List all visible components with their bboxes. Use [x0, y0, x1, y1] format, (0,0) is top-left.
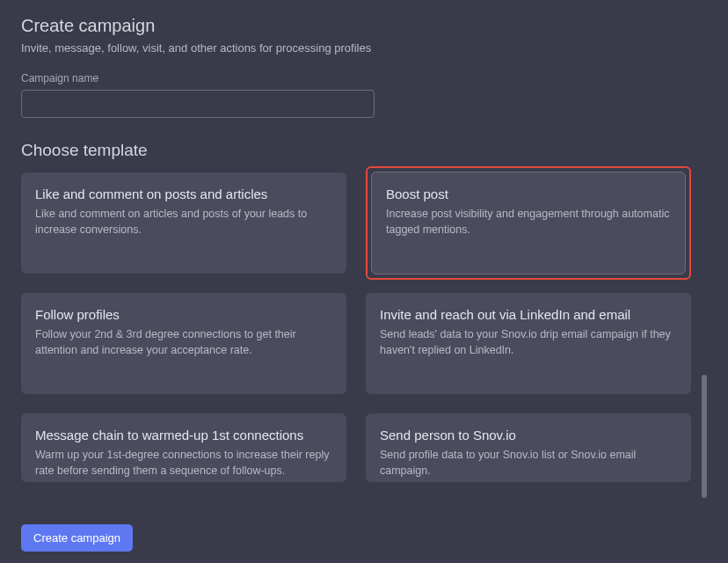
templates-grid: Like and comment on posts and articles L… [21, 172, 707, 482]
template-card-like-comment[interactable]: Like and comment on posts and articles L… [21, 172, 346, 274]
template-card-message-chain[interactable]: Message chain to warmed-up 1st connectio… [21, 413, 346, 482]
page-subtitle: Invite, message, follow, visit, and othe… [21, 41, 707, 55]
template-desc: Send leads' data to your Snov.io drip em… [380, 327, 677, 358]
template-title: Message chain to warmed-up 1st connectio… [35, 428, 332, 442]
footer: Create campaign [0, 512, 728, 563]
template-card-send-snovio[interactable]: Send person to Snov.io Send profile data… [366, 413, 691, 482]
campaign-name-input[interactable] [21, 90, 375, 118]
create-campaign-button[interactable]: Create campaign [21, 524, 133, 552]
template-title: Boost post [386, 186, 671, 201]
choose-template-title: Choose template [21, 141, 707, 160]
template-title: Send person to Snov.io [380, 428, 677, 442]
template-card-invite-linkedin-email[interactable]: Invite and reach out via LinkedIn and em… [366, 293, 691, 394]
scrollbar-track [702, 313, 707, 508]
template-title: Invite and reach out via LinkedIn and em… [380, 307, 677, 322]
template-desc: Follow your 2nd & 3rd degree connections… [35, 327, 332, 358]
template-desc: Send profile data to your Snov.io list o… [380, 448, 677, 479]
template-title: Follow profiles [35, 307, 332, 322]
template-title: Like and comment on posts and articles [35, 186, 332, 201]
template-desc: Warm up your 1st-degree connections to i… [35, 448, 332, 479]
template-desc: Like and comment on articles and posts o… [35, 207, 332, 238]
scrollbar-thumb[interactable] [702, 375, 707, 498]
campaign-name-label: Campaign name [21, 72, 707, 84]
template-card-boost-post-selected[interactable]: Boost post Increase post visibility and … [366, 166, 691, 280]
page-title: Create campaign [21, 16, 707, 36]
template-desc: Increase post visibility and engagement … [386, 207, 671, 238]
template-card-follow-profiles[interactable]: Follow profiles Follow your 2nd & 3rd de… [21, 293, 346, 394]
